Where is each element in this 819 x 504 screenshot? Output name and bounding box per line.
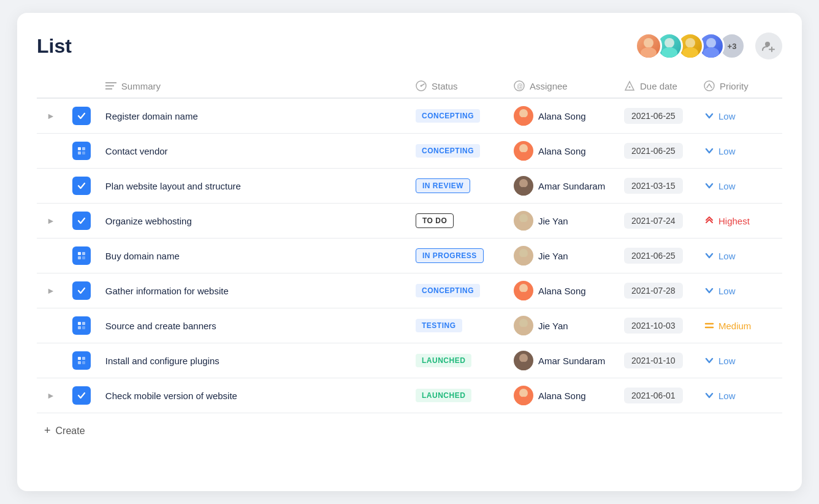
due-date-badge[interactable]: 2021-06-25 bbox=[624, 143, 683, 159]
svg-rect-33 bbox=[78, 252, 81, 255]
status-badge[interactable]: TO DO bbox=[416, 213, 454, 228]
svg-point-39 bbox=[519, 284, 528, 292]
summary-cell[interactable]: Plan website layout and structure bbox=[98, 169, 408, 204]
svg-point-30 bbox=[517, 187, 530, 196]
priority-label: Low bbox=[718, 146, 736, 156]
svg-point-4 bbox=[685, 38, 695, 48]
status-badge[interactable]: IN REVIEW bbox=[416, 178, 470, 193]
priority-cell: Low bbox=[696, 169, 782, 204]
assignee-cell: Alana Song bbox=[506, 98, 617, 134]
priority-value[interactable]: Low bbox=[704, 390, 775, 401]
expand-cell: ► bbox=[37, 98, 65, 134]
expand-cell bbox=[37, 343, 65, 378]
summary-cell[interactable]: Install and configure plugins bbox=[98, 343, 408, 378]
expand-button[interactable]: ► bbox=[44, 389, 58, 402]
summary-cell[interactable]: Contact vendor bbox=[98, 134, 408, 169]
due-date-badge[interactable]: 2021-07-24 bbox=[624, 213, 683, 229]
check-icon bbox=[72, 386, 91, 405]
table-row: Plan website layout and structure IN REV… bbox=[37, 169, 782, 204]
task-table: Summary Status bbox=[37, 74, 782, 413]
col-icon-header bbox=[65, 74, 98, 98]
avatar bbox=[514, 141, 533, 161]
priority-value[interactable]: Low bbox=[704, 355, 775, 366]
status-badge[interactable]: CONCEPTING bbox=[416, 284, 480, 297]
status-badge[interactable]: TESTING bbox=[416, 319, 462, 332]
svg-rect-34 bbox=[82, 252, 85, 255]
avatar bbox=[514, 246, 533, 265]
assignee-cell: Amar Sundaram bbox=[506, 169, 617, 204]
expand-cell: ► bbox=[37, 204, 65, 239]
table-row: ► Gather information for website CONCEPT… bbox=[37, 273, 782, 308]
table-row: ► Organize webhosting TO DO Jie Yan 2021… bbox=[37, 204, 782, 239]
header-row: List bbox=[37, 32, 782, 59]
status-icon bbox=[416, 80, 427, 91]
svg-point-6 bbox=[706, 38, 716, 48]
icon-cell bbox=[65, 98, 98, 134]
priority-value[interactable]: Low bbox=[704, 250, 775, 261]
summary-cell[interactable]: Gather information for website bbox=[98, 273, 408, 308]
create-row[interactable]: + Create bbox=[37, 413, 782, 437]
priority-value[interactable]: Low bbox=[704, 285, 775, 296]
col-assignee-header: @ Assignee bbox=[506, 74, 617, 98]
chevron-down-icon bbox=[704, 250, 715, 261]
priority-cell: Low bbox=[696, 343, 782, 378]
avatar-group: +3 bbox=[635, 32, 745, 59]
svg-point-15 bbox=[421, 85, 422, 87]
expand-button[interactable]: ► bbox=[44, 284, 58, 297]
create-label: Create bbox=[56, 426, 85, 437]
status-badge[interactable]: LAUNCHED bbox=[416, 354, 471, 367]
status-badge[interactable]: IN PROGRESS bbox=[416, 248, 484, 263]
priority-label: Highest bbox=[718, 216, 750, 226]
due-date-badge[interactable]: 2021-10-03 bbox=[624, 318, 683, 334]
due-date-badge[interactable]: 2021-06-01 bbox=[624, 388, 683, 403]
add-member-button[interactable] bbox=[755, 32, 782, 59]
priority-value[interactable]: Low bbox=[704, 180, 775, 191]
svg-point-54 bbox=[517, 362, 530, 370]
expand-button[interactable]: ► bbox=[44, 215, 58, 227]
summary-cell[interactable]: Register domain name bbox=[98, 98, 408, 134]
priority-cell: Low bbox=[696, 273, 782, 308]
svg-rect-43 bbox=[78, 326, 81, 329]
due-date-badge[interactable]: 2021-07-28 bbox=[624, 283, 683, 299]
svg-point-31 bbox=[519, 214, 528, 223]
icon-cell bbox=[65, 343, 98, 378]
due-date-badge[interactable]: 2021-01-10 bbox=[624, 353, 683, 368]
avatar bbox=[514, 211, 533, 231]
expand-cell: ► bbox=[37, 273, 65, 308]
expand-button[interactable]: ► bbox=[44, 110, 58, 122]
status-badge[interactable]: CONCEPTING bbox=[416, 144, 480, 158]
priority-cell: Low bbox=[696, 134, 782, 169]
assignee-icon: @ bbox=[514, 80, 525, 91]
status-badge[interactable]: CONCEPTING bbox=[416, 109, 480, 123]
priority-cell: Highest bbox=[696, 204, 782, 239]
priority-value[interactable]: Low bbox=[704, 110, 775, 121]
status-cell: IN PROGRESS bbox=[408, 239, 506, 273]
due-date-badge[interactable]: 2021-06-25 bbox=[624, 248, 683, 264]
summary-cell[interactable]: Check mobile version of website bbox=[98, 378, 408, 413]
duedate-cell: 2021-03-15 bbox=[617, 169, 696, 204]
table-row: ► Check mobile version of website LAUNCH… bbox=[37, 378, 782, 413]
col-priority-header: Priority bbox=[696, 74, 782, 98]
due-date-badge[interactable]: 2021-06-25 bbox=[624, 108, 683, 124]
priority-value[interactable]: Medium bbox=[704, 320, 775, 331]
priority-value[interactable]: Low bbox=[704, 145, 775, 156]
assignee-cell: Alana Song bbox=[506, 134, 617, 169]
assignee-name: Jie Yan bbox=[538, 251, 568, 261]
avatar-1[interactable] bbox=[635, 32, 662, 59]
table-row: Source and create banners TESTING Jie Ya… bbox=[37, 308, 782, 343]
due-date-badge[interactable]: 2021-03-15 bbox=[624, 178, 683, 194]
expand-cell bbox=[37, 134, 65, 169]
status-cell: CONCEPTING bbox=[408, 134, 506, 169]
summary-cell[interactable]: Buy domain name bbox=[98, 239, 408, 273]
summary-cell[interactable]: Source and create banners bbox=[98, 308, 408, 343]
summary-cell[interactable]: Organize webhosting bbox=[98, 204, 408, 239]
duedate-cell: 2021-01-10 bbox=[617, 343, 696, 378]
priority-value[interactable]: Highest bbox=[704, 215, 775, 226]
summary-col-label: Summary bbox=[121, 81, 161, 91]
status-col-label: Status bbox=[432, 81, 458, 91]
duedate-cell: 2021-06-25 bbox=[617, 134, 696, 169]
subtask-icon bbox=[72, 351, 91, 370]
status-badge[interactable]: LAUNCHED bbox=[416, 389, 471, 402]
summary-icon bbox=[105, 82, 116, 90]
svg-point-53 bbox=[519, 354, 528, 362]
